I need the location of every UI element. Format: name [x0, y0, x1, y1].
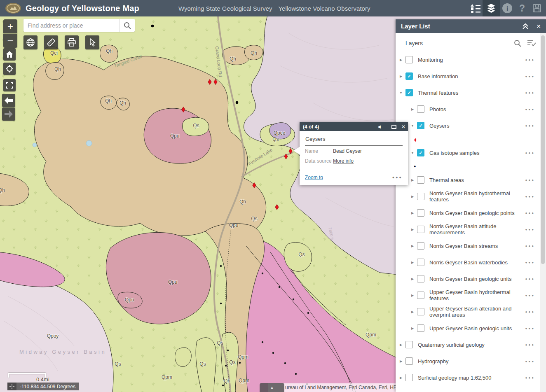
expand-arrow-icon[interactable]: ▶ — [398, 75, 404, 78]
layer-checkbox[interactable]: ✓ — [417, 149, 424, 156]
layer-row: ▶Norris Geyser Basin streams●●● — [396, 238, 540, 254]
layer-checkbox[interactable] — [417, 259, 424, 266]
popup-menu-icon[interactable]: ●●● — [392, 175, 403, 180]
fullscreen-button[interactable] — [3, 79, 16, 91]
layer-search-icon[interactable] — [514, 40, 521, 47]
layer-row: ▶Photos●●● — [396, 101, 540, 117]
info-icon[interactable]: i — [500, 0, 515, 16]
save-icon[interactable] — [530, 0, 544, 16]
attribute-table-toggle[interactable]: ▲ — [260, 383, 284, 392]
back-button[interactable] — [2, 94, 15, 107]
layer-menu-button[interactable]: ●●● — [525, 310, 535, 314]
collapse-arrow-icon[interactable]: ▼ — [410, 151, 415, 155]
expand-arrow-icon[interactable]: ▶ — [410, 327, 415, 330]
svg-text:Qpu: Qpu — [170, 133, 180, 139]
crosshair-icon[interactable] — [7, 383, 16, 390]
layer-menu-button[interactable]: ●●● — [525, 359, 535, 363]
select-pointer-button[interactable] — [85, 35, 99, 49]
layer-menu-button[interactable]: ●●● — [525, 124, 535, 128]
popup-prev-icon[interactable]: ◀ — [377, 124, 381, 129]
link-wsgs[interactable]: Wyoming State Geological Survey — [178, 5, 272, 12]
legend-icon[interactable] — [468, 0, 483, 16]
layer-checkbox[interactable] — [417, 242, 424, 250]
layer-checkbox[interactable] — [405, 374, 413, 381]
expand-arrow-icon[interactable]: ▶ — [410, 277, 415, 281]
expand-arrow-icon[interactable]: ▶ — [410, 178, 415, 182]
layer-row: ▶Norris Geyser Basin hydrothermal featur… — [396, 188, 540, 205]
layer-menu-button[interactable]: ●●● — [525, 327, 535, 330]
link-yvo[interactable]: Yellowstone Volcano Observatory — [278, 5, 370, 12]
forward-button[interactable] — [2, 107, 15, 121]
expand-arrow-icon[interactable]: ▶ — [398, 58, 404, 62]
geologic-point-marker — [279, 286, 280, 288]
zoom-to-link[interactable]: Zoom to — [305, 175, 392, 180]
layer-menu-button[interactable]: ●●● — [525, 376, 535, 380]
locate-button[interactable] — [3, 63, 16, 75]
panel-close-icon[interactable]: ✕ — [536, 23, 541, 30]
layer-label: Upper Geyser Basin hydrothermal features — [429, 289, 525, 301]
panel-scrollbar[interactable] — [540, 33, 546, 392]
popup-maximize-icon[interactable] — [391, 125, 396, 129]
popup-close-icon[interactable]: ✕ — [401, 124, 405, 130]
expand-arrow-icon[interactable]: ▶ — [398, 376, 404, 380]
layer-menu-button[interactable]: ●●● — [525, 151, 535, 155]
layer-menu-button[interactable]: ●●● — [525, 261, 535, 264]
layer-checkbox[interactable]: ✓ — [405, 72, 413, 80]
layer-checkbox[interactable] — [417, 193, 424, 200]
layer-menu-button[interactable]: ●●● — [525, 228, 535, 231]
measure-button[interactable] — [44, 35, 58, 49]
expand-arrow-icon[interactable]: ▶ — [410, 195, 415, 198]
scrollbar-thumb[interactable] — [541, 35, 545, 264]
layer-menu-button[interactable]: ●●● — [525, 244, 535, 248]
expand-arrow-icon[interactable]: ▶ — [410, 294, 415, 297]
expand-arrow-icon[interactable]: ▶ — [410, 261, 415, 264]
print-button[interactable] — [65, 35, 79, 49]
expand-arrow-icon[interactable]: ▶ — [398, 359, 404, 363]
layer-checkbox[interactable]: ✓ — [405, 89, 413, 96]
layer-menu-button[interactable]: ●●● — [525, 58, 535, 62]
expand-arrow-icon[interactable]: ▶ — [410, 211, 415, 215]
expand-arrow-icon[interactable]: ▶ — [410, 310, 415, 314]
layer-filter-icon[interactable] — [527, 40, 536, 47]
layer-checkbox[interactable] — [405, 357, 413, 365]
expand-arrow-icon[interactable]: ▶ — [410, 228, 415, 231]
layer-checkbox[interactable] — [417, 105, 424, 113]
layer-checkbox[interactable] — [405, 341, 413, 348]
help-icon[interactable]: ? — [515, 0, 530, 16]
layer-menu-button[interactable]: ●●● — [525, 178, 535, 182]
layer-checkbox[interactable] — [417, 209, 424, 217]
popup-header[interactable]: (4 of 4) ◀ ✕ — [300, 122, 408, 131]
layer-menu-button[interactable]: ●●● — [525, 294, 535, 297]
layer-checkbox[interactable] — [405, 56, 413, 63]
layer-checkbox[interactable] — [417, 226, 424, 233]
collapse-arrow-icon[interactable]: ▼ — [398, 91, 404, 95]
layer-menu-button[interactable]: ●●● — [525, 107, 535, 111]
layer-checkbox[interactable]: ✓ — [417, 122, 424, 129]
collapse-arrow-icon[interactable]: ▼ — [410, 124, 415, 128]
geologic-point-marker — [262, 341, 263, 343]
layer-checkbox[interactable] — [417, 308, 424, 315]
more-info-link[interactable]: More info — [333, 157, 354, 166]
layer-menu-button[interactable]: ●●● — [525, 277, 535, 281]
expand-arrow-icon[interactable]: ▶ — [398, 343, 404, 347]
panel-collapse-icon[interactable] — [522, 23, 529, 29]
layers-icon[interactable] — [483, 0, 500, 16]
zoom-out-button[interactable]: − — [3, 34, 17, 48]
layer-checkbox[interactable] — [417, 292, 424, 299]
geologic-point-marker — [307, 312, 309, 314]
expand-arrow-icon[interactable]: ▶ — [410, 107, 415, 111]
layer-menu-button[interactable]: ●●● — [525, 211, 535, 215]
layer-menu-button[interactable]: ●●● — [525, 195, 535, 198]
home-button[interactable] — [3, 48, 16, 61]
zoom-in-button[interactable]: + — [3, 19, 17, 33]
layer-checkbox[interactable] — [417, 176, 424, 184]
layer-checkbox[interactable] — [417, 275, 424, 282]
search-input[interactable] — [23, 19, 120, 32]
layer-checkbox[interactable] — [417, 324, 424, 332]
expand-arrow-icon[interactable]: ▶ — [410, 244, 415, 248]
search-button[interactable] — [120, 19, 135, 32]
layer-menu-button[interactable]: ●●● — [525, 75, 535, 78]
layer-menu-button[interactable]: ●●● — [525, 343, 535, 347]
basemap-globe-button[interactable] — [23, 35, 37, 49]
layer-menu-button[interactable]: ●●● — [525, 91, 535, 95]
